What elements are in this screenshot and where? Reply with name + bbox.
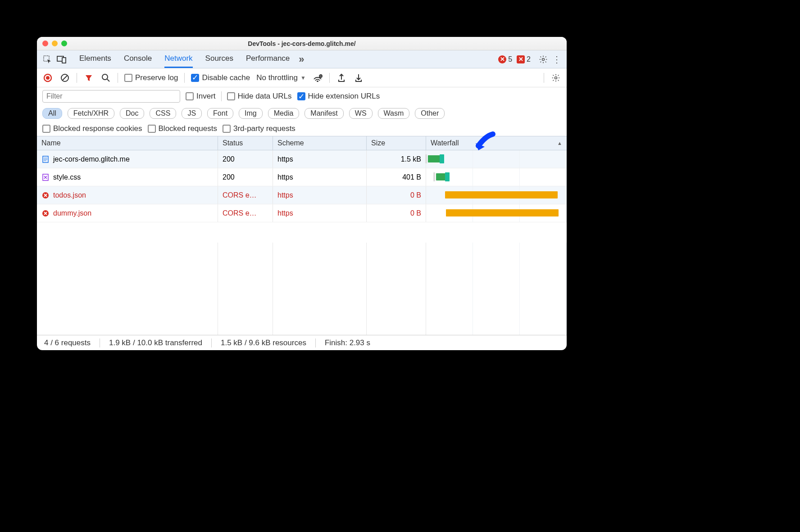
- filter-img[interactable]: Img: [239, 108, 263, 119]
- status-resources: 1.5 kB / 9.6 kB resources: [221, 338, 306, 347]
- filter-row: Invert Hide data URLs ✓Hide extension UR…: [37, 87, 567, 105]
- request-waterfall: [426, 168, 567, 186]
- status-requests: 4 / 6 requests: [44, 338, 91, 347]
- blocked-response-cookies-checkbox[interactable]: Blocked response cookies: [42, 124, 142, 133]
- tab-performance[interactable]: Performance: [246, 50, 290, 68]
- errors-count: 5: [508, 55, 512, 63]
- col-status[interactable]: Status: [218, 136, 273, 150]
- request-name: jec-cors-demo.glitch.me: [53, 155, 130, 163]
- table-row[interactable]: dummy.jsonCORS e…https0 B: [37, 204, 567, 222]
- hide-extension-urls-checkbox[interactable]: ✓Hide extension URLs: [297, 92, 380, 101]
- css-icon: [41, 173, 50, 181]
- filter-input[interactable]: [42, 90, 180, 103]
- filter-other[interactable]: Other: [415, 108, 445, 119]
- filter-js[interactable]: JS: [182, 108, 202, 119]
- network-conditions-icon[interactable]: [312, 72, 323, 83]
- status-bar: 4 / 6 requests 1.9 kB / 10.0 kB transfer…: [37, 335, 567, 350]
- tab-console[interactable]: Console: [124, 50, 152, 68]
- record-button[interactable]: [42, 72, 53, 83]
- invert-checkbox[interactable]: Invert: [186, 92, 216, 101]
- filter-css[interactable]: CSS: [150, 108, 176, 119]
- request-size: 1.5 kB: [367, 150, 426, 168]
- request-waterfall: [426, 186, 567, 204]
- col-name[interactable]: Name: [37, 136, 218, 150]
- errors-badge[interactable]: ✕ 5: [498, 55, 512, 63]
- filter-ws[interactable]: WS: [349, 108, 373, 119]
- status-transferred: 1.9 kB / 10.0 kB transferred: [109, 338, 202, 347]
- clear-button[interactable]: [59, 72, 70, 83]
- request-scheme: https: [273, 204, 367, 222]
- window-controls: [42, 41, 67, 46]
- close-window[interactable]: [42, 41, 48, 46]
- more-menu-icon[interactable]: ⋮: [551, 54, 562, 65]
- filter-media[interactable]: Media: [268, 108, 300, 119]
- filter-wasm[interactable]: Wasm: [378, 108, 410, 119]
- filter-doc[interactable]: Doc: [120, 108, 144, 119]
- table-body: jec-cors-demo.glitch.me200https1.5 kBsty…: [37, 150, 567, 243]
- main-tabs: Elements Console Network Sources Perform…: [37, 50, 567, 68]
- svg-point-8: [102, 74, 108, 80]
- network-table: Name Status Scheme Size Waterfall▲ jec-c…: [37, 136, 567, 335]
- device-toggle-icon[interactable]: [56, 54, 68, 65]
- table-row[interactable]: style.css200https401 B: [37, 168, 567, 186]
- request-scheme: https: [273, 168, 367, 186]
- request-name: style.css: [53, 173, 81, 181]
- svg-point-12: [555, 77, 557, 79]
- more-tabs-icon[interactable]: »: [299, 54, 304, 65]
- request-status: 200: [218, 150, 273, 168]
- third-party-checkbox[interactable]: 3rd-party requests: [223, 124, 295, 133]
- request-waterfall: [426, 204, 567, 222]
- filter-icon[interactable]: [83, 72, 94, 83]
- doc-icon: [41, 155, 50, 163]
- settings-icon[interactable]: [538, 54, 549, 65]
- svg-line-7: [63, 76, 67, 80]
- table-row[interactable]: todos.jsonCORS e…https0 B: [37, 186, 567, 204]
- request-name: dummy.json: [53, 209, 91, 217]
- table-header: Name Status Scheme Size Waterfall▲: [37, 136, 567, 150]
- issues-count: 2: [527, 55, 531, 63]
- chevron-down-icon: ▼: [300, 75, 306, 81]
- err-icon: [41, 191, 50, 199]
- filter-fetch-xhr[interactable]: Fetch/XHR: [68, 108, 114, 119]
- col-waterfall[interactable]: Waterfall▲: [426, 136, 567, 150]
- inspect-element-icon[interactable]: [41, 54, 53, 65]
- hide-data-urls-checkbox[interactable]: Hide data URLs: [227, 92, 292, 101]
- tab-elements[interactable]: Elements: [79, 50, 111, 68]
- request-size: 0 B: [367, 186, 426, 204]
- network-toolbar: Preserve log ✓Disable cache No throttlin…: [37, 68, 567, 87]
- filter-manifest[interactable]: Manifest: [305, 108, 343, 119]
- preserve-log-checkbox[interactable]: Preserve log: [124, 73, 178, 82]
- request-name: todos.json: [53, 191, 86, 199]
- throttling-select[interactable]: No throttling ▼: [256, 73, 306, 82]
- maximize-window[interactable]: [61, 41, 67, 46]
- import-har-icon[interactable]: [336, 72, 347, 83]
- issue-icon: ✕: [517, 55, 525, 63]
- filter-all[interactable]: All: [42, 108, 62, 119]
- tab-network[interactable]: Network: [164, 50, 192, 68]
- col-scheme[interactable]: Scheme: [273, 136, 367, 150]
- disable-cache-checkbox[interactable]: ✓Disable cache: [191, 73, 250, 82]
- request-status: CORS e…: [218, 204, 273, 222]
- svg-line-9: [107, 79, 109, 81]
- blocked-requests-checkbox[interactable]: Blocked requests: [148, 124, 217, 133]
- titlebar: DevTools - jec-cors-demo.glitch.me/: [37, 37, 567, 50]
- svg-point-5: [46, 76, 50, 80]
- network-settings-icon[interactable]: [550, 72, 561, 83]
- col-size[interactable]: Size: [367, 136, 426, 150]
- export-har-icon[interactable]: [353, 72, 364, 83]
- issues-badge[interactable]: ✕ 2: [517, 55, 531, 63]
- type-filters: All Fetch/XHR Doc CSS JS Font Img Media …: [37, 105, 567, 122]
- request-scheme: https: [273, 186, 367, 204]
- err-icon: [41, 209, 50, 217]
- minimize-window[interactable]: [52, 41, 58, 46]
- tab-sources[interactable]: Sources: [205, 50, 233, 68]
- request-size: 0 B: [367, 204, 426, 222]
- svg-rect-2: [62, 58, 66, 63]
- svg-point-10: [317, 81, 318, 82]
- search-icon[interactable]: [100, 72, 111, 83]
- filter-font[interactable]: Font: [207, 108, 233, 119]
- svg-point-3: [542, 58, 545, 60]
- devtools-window: DevTools - jec-cors-demo.glitch.me/ Elem…: [37, 37, 567, 350]
- table-row[interactable]: jec-cors-demo.glitch.me200https1.5 kB: [37, 150, 567, 168]
- window-title: DevTools - jec-cors-demo.glitch.me/: [37, 40, 567, 47]
